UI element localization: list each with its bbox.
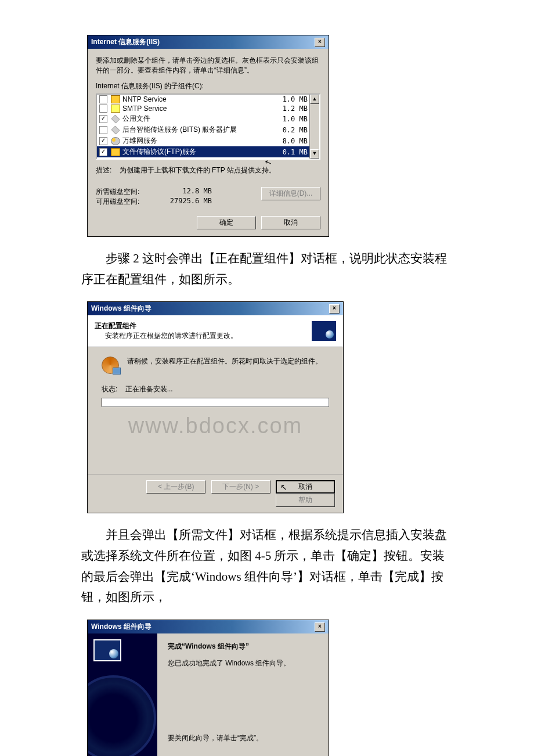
cursor-icon: ↖ [280,483,287,492]
item-size: 0.2 MB [273,126,308,134]
iis-title: Internet 信息服务(IIS) [91,37,160,47]
env-icon [111,105,120,113]
ok-button[interactable]: 确定 [197,216,256,229]
paragraph-files: 并且会弹出【所需文件】对话框，根据系统提示信息插入安装盘或选择系统文件所在位置，… [81,525,453,608]
close-icon[interactable]: × [329,304,340,314]
list-item[interactable]: 后台智能传送服务 (BITS) 服务器扩展0.2 MB [97,124,319,135]
finish-text1: 您已成功地完成了 Windows 组件向导。 [168,658,318,668]
checkbox[interactable] [99,115,107,123]
folder-icon [111,95,120,103]
cancel-button-label: 取消 [298,483,312,491]
space-avail-value: 27925.6 MB [154,197,212,207]
list-item[interactable]: 万维网服务8.0 MB [97,135,319,146]
finish-dialog: Windows 组件向导 × 完成“Windows 组件向导” 您已成功地完成了… [87,620,329,756]
yfolder-icon [111,148,120,156]
iis-hint: 要添加或删除某个组件，请单击旁边的复选框。灰色框表示只会安装该组件的一部分。要查… [96,56,320,75]
finish-titlebar: Windows 组件向导 × [88,620,329,633]
item-name: 公用文件 [122,114,273,124]
list-item[interactable]: 公用文件1.0 MB [97,113,319,124]
item-name: 文件传输协议(FTP)服务 [122,147,273,157]
scroll-down-icon[interactable]: ▼ [310,149,319,159]
checkbox[interactable] [99,137,107,145]
close-icon[interactable]: × [315,38,325,47]
wizard-dialog: Windows 组件向导 × 正在配置组件 安装程序正在根据您的请求进行配置更改… [87,301,344,513]
watermark-text: www.bdocx.com [88,413,343,438]
item-size: 1.0 MB [273,95,308,103]
next-button: 下一步(N) > [211,480,270,494]
checkbox[interactable] [99,105,107,113]
scroll-up-icon[interactable]: ▲ [310,95,319,104]
help-button: 帮助 [276,494,335,507]
details-button: 详细信息(D)... [261,187,320,200]
setup-disc-icon [102,357,119,374]
desc-label: 描述: [96,166,111,174]
item-size: 0.1 MB [273,148,308,156]
finish-side-graphic [88,633,157,756]
checkbox[interactable] [99,148,107,156]
space-needed-value: 12.8 MB [154,187,212,197]
list-item[interactable]: NNTP Service1.0 MB [97,95,319,104]
cancel-button[interactable]: 取消 [261,216,320,229]
wizard-titlebar: Windows 组件向导 × [88,302,343,315]
close-icon[interactable]: × [315,622,325,632]
wizard-title: Windows 组件向导 [91,304,151,314]
back-button: < 上一步(B) [146,480,205,494]
wizard-brand-icon [93,639,121,661]
paragraph-step2: 步骤 2 这时会弹出【正在配置组件】对话框，说明此状态安装程序正在配置组件，如图… [81,249,453,290]
item-name: SMTP Service [122,105,273,113]
diamond-icon [111,114,120,123]
wizard-wait-text: 请稍候，安装程序正在配置组件。所花时间取决于选定的组件。 [127,357,322,366]
scrollbar[interactable]: ▲ ▼ [309,95,319,159]
finish-title: Windows 组件向导 [91,622,151,632]
cancel-button[interactable]: 取消 ↖ [276,480,335,494]
diamond-icon [111,125,120,134]
desc-text: 为创建用于上载和下载文件的 FTP 站点提供支持。 [120,166,276,174]
iis-dialog: Internet 信息服务(IIS) × 要添加或删除某个组件，请单击旁边的复选… [87,35,329,237]
status-label: 状态: [102,385,117,393]
status-value: 正在准备安装... [125,385,173,393]
item-name: 万维网服务 [122,136,273,146]
wizard-icon [312,321,336,341]
iis-titlebar: Internet 信息服务(IIS) × [88,35,329,49]
item-size: 8.0 MB [273,137,308,145]
wizard-header-title: 正在配置组件 [95,321,237,331]
checkbox[interactable] [99,95,107,103]
finish-text2: 要关闭此向导，请单击“完成”。 [168,733,318,743]
disc-icon [88,675,156,756]
space-avail-label: 可用磁盘空间: [96,197,154,207]
space-needed-label: 所需磁盘空间: [96,187,154,197]
finish-heading: 完成“Windows 组件向导” [168,642,318,651]
iis-sublabel: Internet 信息服务(IIS) 的子组件(C): [96,81,320,91]
item-size: 1.2 MB [273,105,308,113]
item-name: NNTP Service [122,95,273,103]
item-name: 后台智能传送服务 (BITS) 服务器扩展 [122,125,273,135]
list-item[interactable]: 文件传输协议(FTP)服务0.1 MB [97,146,319,157]
wizard-header-sub: 安装程序正在根据您的请求进行配置更改。 [105,331,237,341]
list-item[interactable]: SMTP Service1.2 MB [97,104,319,113]
item-size: 1.0 MB [273,115,308,123]
progress-bar [102,398,329,407]
globe-icon [111,137,120,145]
checkbox[interactable] [99,126,107,134]
iis-component-list[interactable]: NNTP Service1.0 MBSMTP Service1.2 MB公用文件… [96,93,320,160]
